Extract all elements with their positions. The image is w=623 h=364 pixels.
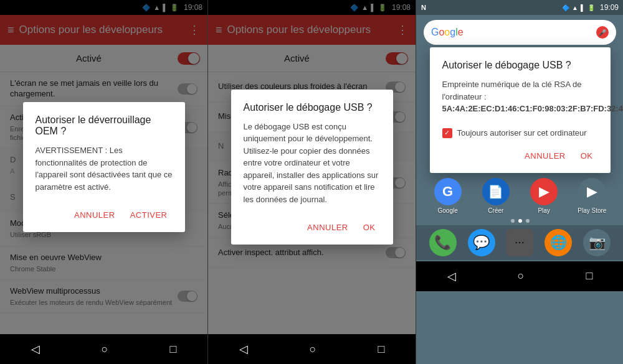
play-store-icon: ▶ bbox=[578, 178, 606, 205]
app-play-label: Play bbox=[538, 207, 549, 214]
google-search-bar[interactable]: Google 🎤 bbox=[424, 20, 616, 45]
dialog-buttons-2: ANNULER OK bbox=[244, 218, 381, 237]
chrome-icon[interactable]: 🌐 bbox=[545, 229, 572, 256]
dialog-body-prefix-3: Empreinte numérique de la clé RSA de l'o… bbox=[442, 80, 582, 101]
app-play-store-label: Play Store bbox=[578, 207, 606, 214]
battery-icon-3: 🔋 bbox=[587, 4, 595, 11]
dialog-fingerprint-3: 5A:4A:2E:EC:D1:46:C1:F0:98:03:2F:B7:FD:3… bbox=[442, 104, 624, 113]
recent-button-3[interactable]: □ bbox=[586, 269, 593, 282]
dialog-3: Autoriser le débogage USB ? Empreinte nu… bbox=[430, 47, 611, 173]
back-button-2[interactable]: ◁ bbox=[239, 342, 248, 356]
recent-button-2[interactable]: □ bbox=[378, 343, 385, 356]
nav-bar-3: ◁ ○ □ bbox=[416, 261, 623, 291]
messages-icon[interactable]: 💬 bbox=[468, 229, 495, 256]
app-google-label: Google bbox=[438, 207, 458, 214]
wifi-icon-3: ▲ bbox=[572, 4, 578, 11]
home-button-1[interactable]: ○ bbox=[102, 343, 108, 356]
n-badge-3: N bbox=[421, 4, 426, 11]
dot-3 bbox=[526, 219, 530, 223]
dialog-title-3: Autoriser le débogage USB ? bbox=[442, 60, 598, 71]
checkbox-row-3[interactable]: ✓ Toujours autoriser sur cet ordinateur bbox=[442, 128, 598, 139]
app-icons-row: G Google 📄 Créer ▶ Play ▶ Play Store bbox=[416, 173, 623, 217]
checkbox-3[interactable]: ✓ bbox=[442, 128, 452, 138]
bottom-icons-row: 📞 💬 ⋯ 🌐 📷 bbox=[416, 225, 623, 260]
checkbox-label-3: Toujours autoriser sur cet ordinateur bbox=[457, 128, 587, 139]
dialog-cancel-2[interactable]: ANNULER bbox=[302, 218, 353, 237]
back-button-1[interactable]: ◁ bbox=[31, 342, 40, 356]
panel-1: 🔷 ▲ ▌ 🔋 19:08 ≡ Options pour les dévelop… bbox=[0, 0, 207, 364]
app-create-label: Créer bbox=[488, 207, 503, 214]
checkmark-icon: ✓ bbox=[444, 129, 450, 137]
camera-icon[interactable]: 📷 bbox=[583, 229, 611, 256]
panel-2: 🔷 ▲ ▌ 🔋 19:08 ≡ Options pour les dévelop… bbox=[208, 0, 416, 364]
bluetooth-icon-3: 🔷 bbox=[562, 4, 569, 11]
nav-bar-1: ◁ ○ □ bbox=[0, 334, 207, 364]
dialog-overlay-2: Autoriser le débogage USB ? Le débogage … bbox=[208, 0, 416, 334]
status-icons-3: 🔷 ▲ ▌ 🔋 19:09 bbox=[562, 3, 619, 12]
dialog-confirm-1[interactable]: ACTIVER bbox=[125, 205, 173, 225]
google-icon: G bbox=[434, 178, 462, 205]
recent-button-1[interactable]: □ bbox=[170, 343, 177, 356]
dialog-cancel-3[interactable]: ANNULER bbox=[520, 146, 571, 166]
google-logo: Google bbox=[431, 27, 464, 38]
dialog-buttons-1: ANNULER ACTIVER bbox=[36, 205, 173, 225]
apps-icon[interactable]: ⋯ bbox=[506, 229, 533, 256]
dialog-body-2: Le débogage USB est conçu uniquement pou… bbox=[244, 121, 381, 206]
dialog-2: Autoriser le débogage USB ? Le débogage … bbox=[231, 90, 393, 245]
app-google[interactable]: G Google bbox=[432, 178, 464, 214]
dot-2 bbox=[518, 219, 522, 223]
nav-bar-2: ◁ ○ □ bbox=[208, 334, 416, 364]
phone-icon[interactable]: 📞 bbox=[429, 229, 457, 256]
home-button-3[interactable]: ○ bbox=[518, 269, 525, 282]
dialog-title-1: Autoriser le déverrouillage OEM ? bbox=[36, 114, 173, 137]
app-play-store[interactable]: ▶ Play Store bbox=[576, 178, 608, 214]
panel-3: N 🔷 ▲ ▌ 🔋 19:09 Google 🎤 Autoriser le dé… bbox=[416, 0, 623, 364]
google-mic-icon[interactable]: 🎤 bbox=[596, 26, 609, 39]
dialog-buttons-3: ANNULER OK bbox=[442, 146, 598, 166]
app-play[interactable]: ▶ Play bbox=[528, 178, 560, 214]
status-bar-3: N 🔷 ▲ ▌ 🔋 19:09 bbox=[416, 0, 623, 15]
google-bar-area: Google 🎤 bbox=[416, 15, 623, 47]
home-button-2[interactable]: ○ bbox=[310, 343, 316, 356]
create-icon: 📄 bbox=[482, 178, 510, 205]
dialog-cancel-1[interactable]: ANNULER bbox=[69, 205, 120, 225]
signal-icon-3: ▌ bbox=[581, 4, 585, 11]
play-icon: ▶ bbox=[530, 178, 558, 205]
dialog-confirm-2[interactable]: OK bbox=[358, 218, 381, 237]
dialog-overlay-1: Autoriser le déverrouillage OEM ? AVERTI… bbox=[0, 0, 207, 334]
dialog-body-3: Empreinte numérique de la clé RSA de l'o… bbox=[442, 78, 598, 115]
status-time-3: 19:09 bbox=[600, 3, 619, 12]
dot-1 bbox=[511, 219, 515, 223]
dialog-1: Autoriser le déverrouillage OEM ? AVERTI… bbox=[23, 102, 185, 232]
dialog-title-2: Autoriser le débogage USB ? bbox=[244, 102, 381, 113]
back-button-3[interactable]: ◁ bbox=[447, 269, 456, 283]
home-dialog-area: Autoriser le débogage USB ? Empreinte nu… bbox=[416, 47, 623, 173]
dialog-confirm-3[interactable]: OK bbox=[576, 146, 598, 166]
app-create[interactable]: 📄 Créer bbox=[480, 178, 512, 214]
page-dots bbox=[416, 217, 623, 225]
dialog-body-1: AVERTISSEMENT : Les fonctionnalités de p… bbox=[36, 144, 173, 193]
